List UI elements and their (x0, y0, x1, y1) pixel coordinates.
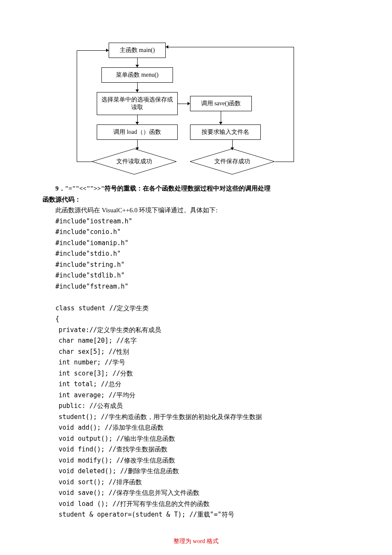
code-line: void modify(); //修改学生信息函数 (43, 455, 349, 466)
code-line: #include"conio.h" (43, 227, 349, 238)
fc-select: 选择菜单中的选项选保存或读取 (97, 92, 178, 115)
fc-main: 主函数 main() (109, 43, 166, 58)
intro-line: 此函数源代码在 VisualC++6.0 环境下编译通过。具体如下: (43, 205, 349, 216)
code-line: public: //公有成员 (43, 401, 349, 412)
code-line: #include"stdio.h" (43, 249, 349, 260)
code-line: #include"iostream.h" (43, 216, 349, 227)
flowchart: 主函数 main() 菜单函数 menu() 选择菜单中的选项选保存或读取 调用… (43, 43, 349, 175)
fc-load: 调用 load（）函数 (97, 124, 178, 140)
fc-filename: 按要求输入文件名 (190, 124, 261, 140)
fc-read-ok-text: 文件读取成功 (92, 148, 177, 175)
code-line: private://定义学生类的私有成员 (43, 325, 349, 336)
fc-save-ok-text: 文件保存成功 (190, 148, 275, 175)
code-line: int number; //学号 (43, 357, 349, 368)
fc-menu: 菜单函数 menu() (101, 67, 173, 83)
code-line: int total; //总分 (43, 379, 349, 390)
fc-save-ok: 文件保存成功 (190, 148, 275, 175)
code-line (43, 292, 349, 303)
code-line: void load (); //打开写有学生信息的文件的函数 (43, 499, 349, 510)
code-line: void save(); //保存学生信息并写入文件函数 (43, 488, 349, 499)
code-line: { (43, 314, 349, 325)
code-line: student(); //学生构造函数，用于学生数据的初始化及保存学生数据 (43, 412, 349, 423)
code-line: int score[3]; //分数 (43, 368, 349, 379)
section-heading-2: 函数源代码： (43, 194, 349, 205)
fc-save: 调用 save()函数 (190, 96, 252, 111)
code-line: void deleted(); //删除学生信息函数 (43, 466, 349, 477)
code-line: #include"fstream.h" (43, 281, 349, 292)
fc-read-ok: 文件读取成功 (92, 148, 177, 175)
section-heading: 9．"=""<<"">>"符号的重载：在各个函数处理数据过程中对这些的调用处理 (43, 183, 349, 194)
code-line: void output(); //输出学生信息函数 (43, 434, 349, 445)
footer-text: 整理为 word 格式 (43, 538, 349, 545)
code-line: #include"iomanip.h" (43, 238, 349, 249)
code-line: void sort(); //排序函数 (43, 477, 349, 488)
code-line: char sex[5]; //性别 (43, 347, 349, 358)
code-line: student & operator=(student & T); //重载"=… (43, 509, 349, 520)
code-line: class student //定义学生类 (43, 303, 349, 314)
code-line: #include"stdlib.h" (43, 270, 349, 281)
code-line: void find(); //查找学生数据函数 (43, 444, 349, 455)
code-line: int average; //平均分 (43, 390, 349, 401)
code-line: void add(); //添加学生信息函数 (43, 422, 349, 434)
code-line: #include"string.h" (43, 260, 349, 271)
code-line: char name[20]; //名字 (43, 335, 349, 347)
